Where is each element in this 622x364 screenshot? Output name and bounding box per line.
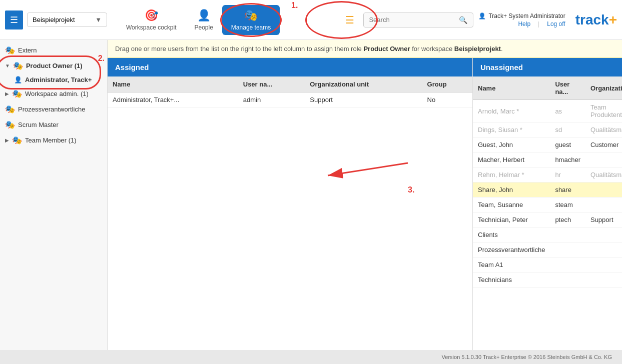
unassigned-cell-org: Customer	[585, 138, 622, 152]
workspace-cockpit-label: Workspace cockpit	[126, 24, 176, 31]
assigned-title: Assigned	[115, 63, 149, 72]
sidebar-item-team-member[interactable]: ▶ 🎭 Team Member (1)	[0, 132, 107, 148]
logo-plus: +	[609, 12, 617, 28]
hamburger-menu-button[interactable]: ☰	[5, 10, 23, 30]
product-owner-expand: ▼	[5, 63, 10, 68]
user-icon: 👤	[478, 12, 486, 20]
unassigned-table-wrapper: Name User na... Organizational unit Grou…	[473, 76, 622, 350]
unassigned-cell-username: guest	[550, 138, 585, 152]
unassigned-cell-username	[550, 258, 585, 272]
unassigned-table-row[interactable]: Arnold, Marc * as Team Produktentstehteh…	[473, 100, 622, 122]
unassigned-table-row[interactable]: Share, John share No	[473, 182, 622, 198]
unassigned-cell-username: sd	[550, 122, 585, 138]
logo-text: track	[575, 12, 609, 28]
manage-teams-label: Manage teams	[231, 24, 271, 31]
unassigned-cell-username: hr	[550, 168, 585, 182]
unassigned-table-row[interactable]: Guest, John guest Customer No	[473, 138, 622, 152]
unassigned-cell-org	[585, 242, 622, 258]
people-icon: 👤	[197, 9, 211, 22]
assigned-col-group: Group	[422, 76, 472, 92]
unassigned-col-username: User na...	[550, 76, 585, 100]
admin-user-icon: 👤	[14, 76, 22, 84]
unassigned-cell-name: Macher, Herbert	[473, 152, 550, 168]
nav-right: ☰ 🔍 👤 Track+ System Administrator Help |…	[341, 12, 617, 28]
assigned-table-wrapper: Name User na... Organizational unit Grou…	[108, 76, 472, 350]
info-bold-workspace: Beispielprojekt	[454, 45, 501, 52]
top-links: Help | Log off	[518, 20, 565, 28]
unassigned-cell-username	[550, 242, 585, 258]
people-label: People	[194, 24, 213, 31]
unassigned-header: Unassigned	[473, 58, 622, 76]
assigned-table: Name User na... Organizational unit Grou…	[108, 76, 472, 108]
sidebar-item-product-owner[interactable]: ▼ 🎭 Product Owner (1)	[0, 58, 107, 74]
unassigned-col-name: Name	[473, 76, 550, 100]
pipe-divider: |	[538, 20, 539, 28]
logo: track +	[575, 12, 617, 28]
logoff-link[interactable]: Log off	[547, 20, 565, 28]
sidebar-item-workspace-admin[interactable]: ▶ 🎭 Workspace admin. (1)	[0, 86, 107, 102]
unassigned-cell-name: Team A1	[473, 258, 550, 272]
prozess-icon: 🎭	[5, 104, 15, 114]
unassigned-section: Unassigned Name User na... Organizationa…	[473, 58, 622, 350]
unassigned-cell-name: Technician, Peter	[473, 212, 550, 228]
unassigned-cell-org	[585, 272, 622, 288]
tables-container: Assigned Name User na... Organizational …	[108, 58, 622, 350]
sidebar-subitem-administrator[interactable]: 👤 Administrator, Track+	[0, 74, 107, 86]
unassigned-table-row[interactable]: Team, Susanne steam No	[473, 198, 622, 212]
assigned-table-row[interactable]: Administrator, Track+... admin Support N…	[108, 92, 472, 108]
unassigned-cell-org	[585, 182, 622, 198]
search-icon: 🔍	[459, 16, 467, 24]
unassigned-cell-username: as	[550, 100, 585, 122]
unassigned-table-row[interactable]: Macher, Herbert hmacher No	[473, 152, 622, 168]
unassigned-table-row[interactable]: Technicians Yes	[473, 272, 622, 288]
assigned-col-username: User na...	[238, 76, 305, 92]
info-bold-role: Product Owner	[363, 45, 410, 52]
sidebar-item-scrum-master[interactable]: 🎭 Scrum Master	[0, 117, 107, 132]
unassigned-cell-username: share	[550, 182, 585, 198]
extern-label: Extern	[18, 46, 37, 54]
manage-teams-icon: 🎭	[244, 9, 258, 22]
team-member-expand: ▶	[5, 138, 9, 143]
assigned-cell-group: No	[422, 92, 472, 108]
top-navigation: ☰ Beispielprojekt ▼ 🎯 Workspace cockpit …	[0, 0, 622, 40]
assigned-col-org: Organizational unit	[305, 76, 422, 92]
product-owner-icon: 🎭	[13, 61, 23, 70]
unassigned-cell-name: Prozessverantwortliche	[473, 242, 550, 258]
unassigned-table-row[interactable]: Clients Yes	[473, 228, 622, 242]
search-input[interactable]	[369, 16, 459, 24]
unassigned-table-row[interactable]: Rehm, Helmar * hr Qualitätsmanagement No	[473, 168, 622, 182]
sidebar-item-extern[interactable]: 🎭 Extern	[0, 42, 107, 58]
unassigned-table-row[interactable]: Technician, Peter ptech Support No	[473, 212, 622, 228]
info-text-middle: for workspace	[410, 45, 454, 52]
unassigned-cell-org	[585, 198, 622, 212]
unassigned-cell-name: Team, Susanne	[473, 198, 550, 212]
unassigned-cell-org: Team Produktentstehteh...	[585, 100, 622, 122]
unassigned-table-row[interactable]: Prozessverantwortliche Yes	[473, 242, 622, 258]
content-area: Drag one or more users from the list on …	[108, 40, 622, 350]
workspace-cockpit-icon: 🎯	[145, 9, 158, 22]
workspace-admin-expand: ▶	[5, 91, 9, 96]
unassigned-table-row[interactable]: Team A1 Yes	[473, 258, 622, 272]
help-link[interactable]: Help	[518, 20, 530, 28]
info-banner: Drag one or more users from the list on …	[108, 40, 622, 58]
prozess-label: Prozessverantwortliche	[18, 106, 85, 113]
info-text-before: Drag one or more users from the list on …	[115, 45, 363, 52]
assigned-cell-name: Administrator, Track+...	[108, 92, 238, 108]
project-selector[interactable]: Beispielprojekt ▼	[27, 12, 107, 27]
nav-item-people[interactable]: 👤 People ▼	[185, 5, 222, 35]
product-owner-label: Product Owner (1)	[26, 62, 83, 70]
project-dropdown-arrow: ▼	[95, 16, 102, 24]
right-menu-button[interactable]: ☰	[341, 12, 358, 28]
project-name: Beispielprojekt	[33, 16, 75, 24]
sidebar-item-prozess[interactable]: 🎭 Prozessverantwortliche	[0, 102, 107, 117]
main-layout: 🎭 Extern ▼ 🎭 Product Owner (1) 👤 Adminis…	[0, 40, 622, 350]
unassigned-cell-name: Guest, John	[473, 138, 550, 152]
unassigned-cell-org: Qualitätsmanagement	[585, 168, 622, 182]
unassigned-table-row[interactable]: Dings, Siusan * sd Qualitätsmanagement N…	[473, 122, 622, 138]
unassigned-cell-name: Arnold, Marc *	[473, 100, 550, 122]
unassigned-cell-org: Support	[585, 212, 622, 228]
unassigned-cell-name: Clients	[473, 228, 550, 242]
nav-item-workspace-cockpit[interactable]: 🎯 Workspace cockpit	[117, 5, 185, 35]
unassigned-table: Name User na... Organizational unit Grou…	[473, 76, 622, 288]
nav-item-manage-teams[interactable]: 🎭 Manage teams	[222, 5, 280, 35]
